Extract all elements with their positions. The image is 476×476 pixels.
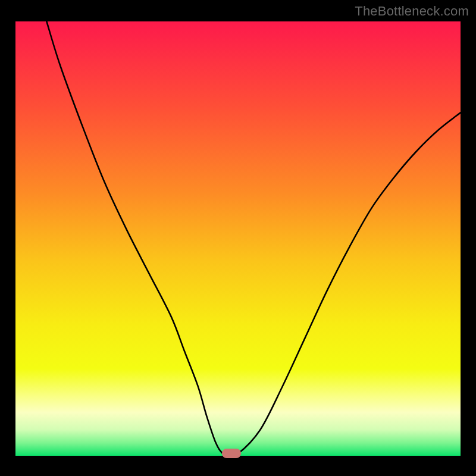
watermark-text: TheBottleneck.com bbox=[355, 4, 469, 19]
chart-svg bbox=[15, 21, 461, 456]
optimum-marker bbox=[222, 449, 241, 458]
plot-area bbox=[15, 21, 461, 456]
gradient-background bbox=[15, 21, 461, 456]
chart-container: TheBottleneck.com bbox=[0, 0, 476, 476]
